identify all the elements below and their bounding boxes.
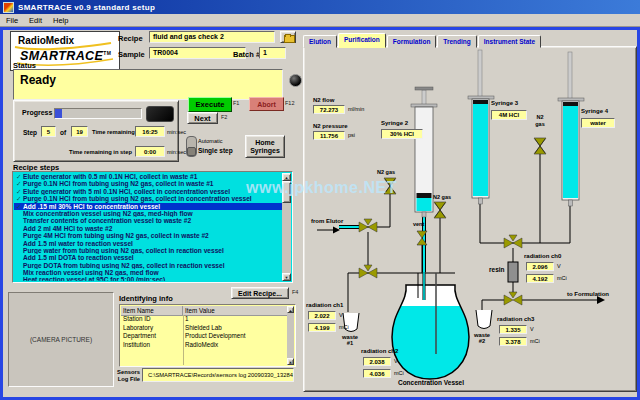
scroll-down-icon[interactable]: ▼ [282, 273, 291, 281]
info-row[interactable]: DepartmentProduct Development [121, 332, 287, 341]
log-file-path[interactable]: C:\SMARTRACE\Records\sensors log 2009033… [142, 368, 294, 382]
step-current: 5 [41, 126, 56, 137]
recipe-step-text: Transfer contents of concentration vesse… [23, 217, 191, 224]
radiation-ch3-activity: 3.378 [499, 337, 527, 346]
check-icon: ✓ [16, 195, 23, 202]
abort-fkey: F12 [285, 100, 294, 106]
recipe-step[interactable]: Mix reaction vessel using N2 gas, med fl… [14, 269, 282, 276]
info-row[interactable]: Station ID1 [121, 315, 287, 324]
step-label: Step [23, 129, 37, 136]
recipe-step[interactable]: Purge 4M HCl from tubing using N2 gas, c… [14, 232, 282, 239]
info-item-value: 1 [183, 315, 287, 324]
sample-label: Sample [118, 50, 145, 59]
n2-pressure-value: 11.756 [313, 131, 345, 140]
recipe-step[interactable]: ✓Add .15 ml 30% HCl to concentration ves… [14, 203, 282, 210]
radiation-ch2-activity: 4.036 [363, 369, 391, 378]
radiation-ch0-activity-unit: mCi [557, 275, 567, 281]
recipe-step-text: Purge 4M HCl from tubing using N2 gas, c… [23, 232, 209, 239]
execute-fkey: F1 [233, 100, 239, 106]
recipe-step[interactable]: ✓Elute generator with 0.5 ml 0.1N HCl, c… [14, 173, 282, 180]
vessel-label: Concentration Vessel [389, 379, 473, 386]
recipe-step[interactable]: ✓Purge 0.1N HCl from tubing using N2 gas… [14, 180, 282, 187]
recipe-step[interactable]: Heat reaction vessel at 95C for 5:00 (mi… [14, 276, 282, 281]
recipe-step[interactable]: Mix concentration vessel using N2 gas, m… [14, 210, 282, 217]
edit-recipe-button[interactable]: Edit Recipe... [231, 287, 289, 299]
recipe-step-text: Elute generator with 0.5 ml 0.1N HCl, co… [23, 173, 197, 180]
waste2-cup [476, 310, 492, 329]
log-file-label-line1: Sensors [112, 369, 140, 376]
recipe-step[interactable]: Add 2 ml 4M HCl to waste #2 [14, 225, 282, 232]
recipe-label: Recipe [118, 34, 143, 43]
progress-label: Progress [22, 109, 52, 116]
status-text: Ready [20, 73, 56, 87]
mode-toggle[interactable] [186, 136, 197, 157]
info-scroll-up-icon[interactable]: ▲ [287, 306, 294, 313]
recipe-step-text: Elute generator with 5 ml 0.1N HCl, coll… [23, 188, 230, 195]
title-bar[interactable]: SMARTRACE v0.9 standard setup [0, 0, 640, 14]
menu-bar: FileEditHelp [0, 14, 640, 27]
info-scrollbar[interactable]: ▲ ▼ [287, 306, 294, 365]
of-label: of [60, 129, 66, 136]
recipe-input[interactable]: fluid and gas check 2 [149, 31, 275, 43]
time-in-step-label: Time remaining in step [69, 149, 132, 155]
syringe3-label: Syringe 3 [491, 100, 518, 106]
log-file-label-line2: Log File [112, 376, 140, 383]
sample-input[interactable]: TR0004 [149, 47, 246, 59]
steps-scrollbar[interactable]: ▲ ▼ [282, 173, 291, 281]
recipe-step[interactable]: Purge water from tubing using N2 gas, co… [14, 247, 282, 254]
tab-instrument-state[interactable]: Instrument State [478, 35, 541, 48]
scroll-up-icon[interactable]: ▲ [282, 173, 291, 181]
info-col-value: Item Value [183, 306, 215, 315]
smartrace-window: SMARTRACE v0.9 standard setup FileEditHe… [0, 0, 640, 400]
recipe-step-text: Purge water from tubing using N2 gas, co… [23, 247, 224, 254]
status-led [289, 74, 302, 87]
abort-button[interactable]: Abort [249, 97, 284, 111]
recipe-step[interactable]: Purge DOTA from tubing using N2 gas, col… [14, 262, 282, 269]
tab-purification[interactable]: Purification [338, 33, 386, 48]
recipe-step[interactable]: ✓Elute generator with 5 ml 0.1N HCl, col… [14, 188, 282, 195]
n2-flow-value: 72.273 [313, 105, 345, 114]
open-recipe-button[interactable] [280, 31, 296, 43]
radiation-ch3-label: radiation ch3 [497, 316, 534, 322]
tab-trending[interactable]: Trending [437, 35, 476, 48]
tab-elution[interactable]: Elution [303, 35, 337, 48]
recipe-step[interactable]: Add 1.5 ml water to reaction vessel [14, 240, 282, 247]
syringe4-graphic [558, 52, 584, 206]
menu-file[interactable]: File [6, 16, 18, 25]
info-row[interactable]: LaboratoryShielded Lab [121, 324, 287, 333]
recipe-steps-list: ✓Elute generator with 0.5 ml 0.1N HCl, c… [12, 171, 293, 283]
recipe-step[interactable]: Transfer contents of concentration vesse… [14, 217, 282, 224]
trademark: TM [103, 50, 111, 56]
menu-help[interactable]: Help [53, 16, 68, 25]
radiation-ch1-volts-unit: V [339, 312, 343, 318]
n2-flow-unit: ml/min [348, 106, 364, 112]
tab-formulation[interactable]: Formulation [387, 35, 437, 48]
execute-button[interactable]: Execute [188, 97, 232, 112]
scroll-thumb[interactable] [282, 181, 291, 203]
time-in-step-value: 0:00 [135, 146, 165, 157]
syringe4-label: Syringe 4 [581, 108, 608, 114]
batch-input[interactable]: 1 [259, 47, 286, 59]
info-item-name: Laboratory [121, 324, 183, 333]
recipe-step-text: Add .15 ml 30% HCl to concentration vess… [23, 203, 160, 210]
info-item-value: Shielded Lab [183, 324, 287, 333]
info-scroll-down-icon[interactable]: ▼ [287, 358, 294, 365]
menu-edit[interactable]: Edit [29, 16, 42, 25]
home-syringes-button[interactable]: Home Syringes [245, 135, 285, 158]
n2-pressure-label: N2 pressure [313, 123, 348, 129]
progress-group: Progress Step 5 of 19 Time remaining 16:… [13, 100, 179, 162]
syringe3-graphic [468, 50, 494, 204]
recipe-step-text: Add 1.5 ml water to reaction vessel [23, 240, 133, 247]
radiation-ch0-label: radiation ch0 [524, 253, 561, 259]
radiation-ch3-activity-unit: mCi [530, 338, 540, 344]
next-button[interactable]: Next [187, 112, 218, 124]
recipe-step[interactable]: Add 1.5 ml DOTA to reaction vessel [14, 254, 282, 261]
junction-valve-1 [359, 219, 377, 232]
step-total: 19 [71, 126, 88, 137]
info-row[interactable]: InstitutionRadioMedix [121, 341, 287, 350]
syringe2-content: 30% HCl [381, 129, 423, 139]
junction-valve-2 [359, 265, 377, 278]
recipe-step[interactable]: ✓Purge 0.1N HCl from tubing using N2 gas… [14, 195, 282, 202]
waste1-label: waste #1 [337, 334, 363, 347]
info-item-value: RadioMedix [183, 341, 287, 350]
